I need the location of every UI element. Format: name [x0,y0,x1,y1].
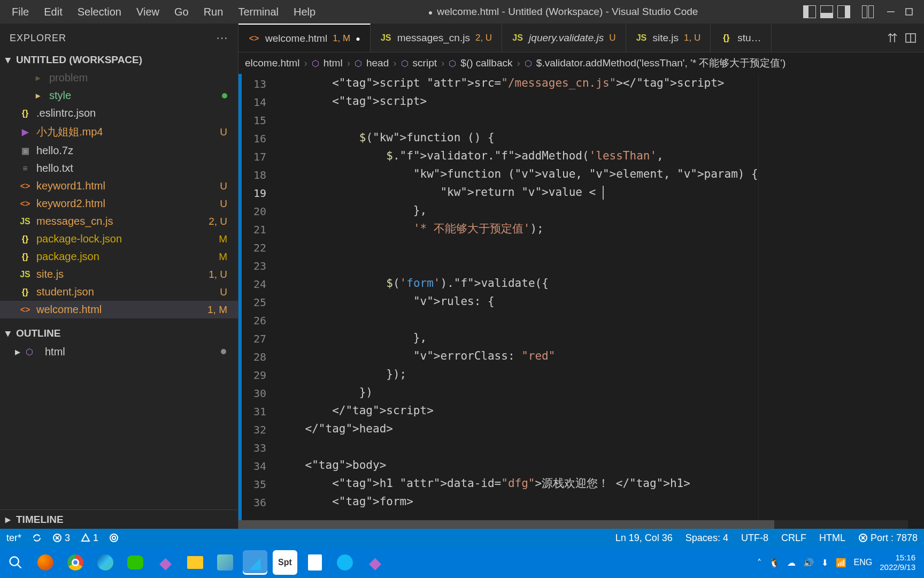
minimap[interactable] [758,74,774,520]
language-mode[interactable]: HTML [819,533,845,544]
chrome-icon[interactable] [63,550,88,575]
ime-indicator[interactable]: ENG [854,558,873,567]
outline-label: OUTLINE [16,328,60,339]
tab-label: jquery.validate.js [529,32,604,44]
menu-selection[interactable]: Selection [70,4,129,20]
tray-volume-icon[interactable]: 🔊 [803,558,814,568]
search-icon[interactable] [3,550,28,575]
outline-item-label: html [45,346,65,358]
tab-label: messages_cn.js [397,32,470,44]
toggle-sidebar-icon[interactable] [803,5,816,18]
outline-item[interactable]: ▸ ⬡ html [0,343,238,361]
menu-view[interactable]: View [129,4,167,20]
workspace-head[interactable]: ▾ UNTITLED (WORKSPACE) [0,50,238,69]
sync-icon[interactable] [32,533,42,543]
breadcrumb-segment[interactable]: head [366,57,389,69]
menu-go[interactable]: Go [167,4,196,20]
errors-indicator[interactable]: 3 [52,533,70,544]
breadcrumb-segment[interactable]: elcome.html [245,57,299,69]
minimize-icon[interactable] [886,6,896,17]
tray-wifi-icon[interactable]: 📶 [836,558,846,568]
tab-badge: 1, U [684,33,700,43]
firefox-icon[interactable] [33,550,58,575]
qq-icon[interactable] [333,550,357,575]
toggle-rightbar-icon[interactable] [837,5,850,18]
outline-head[interactable]: ▾ OUTLINE [0,324,238,343]
breadcrumb-segment[interactable]: html [324,57,343,69]
menu-help[interactable]: Help [286,4,323,20]
file-item[interactable]: JSmessages_cn.js2, U [0,212,238,230]
menu-edit[interactable]: Edit [36,4,70,20]
breadcrumb[interactable]: elcome.html›⬡html›⬡head›⬡script›⬡$() cal… [238,52,924,74]
git-badge: 1, U [209,269,232,280]
line-gutter: 1314151617181920212223242526272829303132… [242,74,275,520]
editor-tab[interactable]: JSsite.js1, U [626,24,711,52]
spt-icon[interactable]: Spt [273,550,297,575]
clock[interactable]: 15:16 2022/9/13 [880,553,915,572]
edge-icon[interactable] [93,550,118,575]
editor-area: <>welcome.html1, M●JSmessages_cn.js2, UJ… [238,24,924,529]
branch-indicator[interactable]: ter* [6,533,21,544]
cursor-position[interactable]: Ln 19, Col 36 [615,533,673,544]
file-item[interactable]: ▸problem [0,69,238,87]
editor-tab[interactable]: JSjquery.validate.jsU [502,24,626,52]
visualstudio2-icon[interactable]: ◆ [363,550,387,575]
timeline-head[interactable]: ▸ TIMELINE [0,509,238,529]
menu-terminal[interactable]: Terminal [230,4,286,20]
tray-download-icon[interactable]: ⬇ [821,558,828,568]
chevron-right-icon: ▸ [5,513,13,526]
horizontal-scrollbar[interactable] [238,520,908,529]
breadcrumb-segment[interactable]: $() callback [460,57,512,69]
window-title: ●welcome.html - Untitled (Workspace) - V… [323,6,803,18]
file-item[interactable]: <>keyword1.htmlU [0,177,238,195]
file-item[interactable]: {}student.jsonU [0,283,238,301]
file-item[interactable]: <>welcome.html1, M [0,301,238,318]
file-item[interactable]: {}package-lock.jsonM [0,230,238,248]
file-name: keyword2.html [36,197,105,210]
file-item[interactable]: ▶小九姐姐.mp4U [0,122,238,142]
warnings-indicator[interactable]: 1 [81,533,98,544]
maximize-icon[interactable] [904,6,914,17]
git-badge: M [219,251,232,263]
editor-tab[interactable]: {}stu… [711,24,771,52]
notes-icon[interactable] [303,550,327,575]
tray-chevron-icon[interactable]: ˄ [757,558,761,568]
eol[interactable]: CRLF [781,533,806,544]
wechat-icon[interactable] [123,550,148,575]
editor-tab[interactable]: <>welcome.html1, M● [238,24,371,52]
app-icon[interactable] [213,550,237,575]
file-explorer-icon[interactable] [183,550,207,575]
compare-icon[interactable] [887,32,898,44]
breadcrumb-segment[interactable]: script [413,57,437,69]
file-icon: JS [19,217,31,226]
explorer-more-icon[interactable]: ⋯ [216,31,228,45]
vscode-icon[interactable]: ◢ [243,550,267,575]
git-badge: 1, M [207,304,232,316]
menu-run[interactable]: Run [196,4,231,20]
file-item[interactable]: <>keyword2.htmlU [0,195,238,212]
live-server-icon[interactable] [109,533,119,543]
file-item[interactable]: JSsite.js1, U [0,265,238,283]
file-item[interactable]: ▸style [0,87,238,104]
tab-badge: 2, U [475,33,492,43]
menu-file[interactable]: File [4,4,36,20]
editor-tabs: <>welcome.html1, M●JSmessages_cn.js2, UJ… [238,24,924,52]
file-item[interactable]: ▣hello.7z [0,142,238,159]
indentation[interactable]: Spaces: 4 [686,533,728,544]
editor-tab[interactable]: JSmessages_cn.js2, U [371,24,502,52]
code-editor[interactable]: <"tag">script "attr">src="/messages_cn.j… [275,74,758,520]
file-item[interactable]: {}package.jsonM [0,248,238,265]
file-item[interactable]: {}.eslintrc.json [0,104,238,122]
file-item[interactable]: ≡hello.txt [0,159,238,177]
file-name: student.json [36,286,94,298]
tray-app-icon[interactable]: 🐧 [769,558,780,568]
git-dot-icon [222,93,227,98]
visualstudio-icon[interactable]: ◆ [153,550,178,575]
split-icon[interactable] [905,32,917,44]
encoding[interactable]: UTF-8 [741,533,768,544]
tray-cloud-icon[interactable]: ☁ [787,558,796,568]
port-indicator[interactable]: Port : 7878 [858,533,918,544]
toggle-panel-icon[interactable] [820,5,833,18]
customize-layout-icon[interactable] [862,5,875,18]
breadcrumb-segment[interactable]: $.validator.addMethod('lessThan', '* 不能够… [536,56,786,70]
